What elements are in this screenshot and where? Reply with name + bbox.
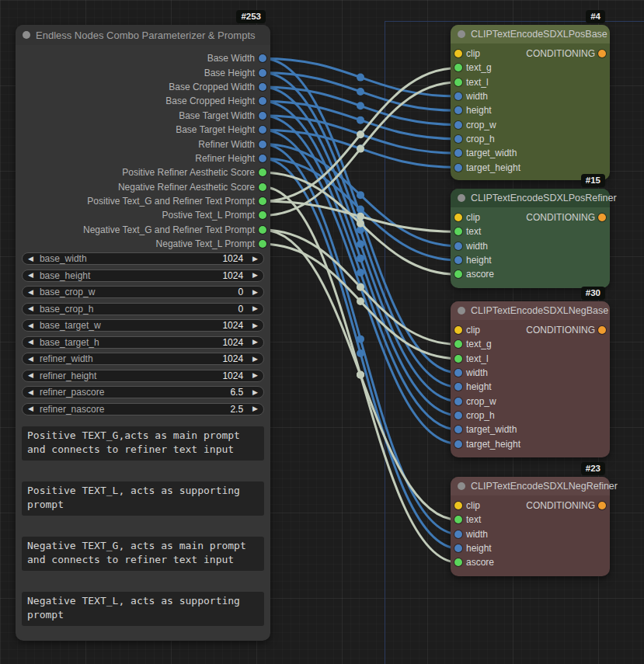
- increment-arrow-icon[interactable]: ▶: [252, 305, 258, 312]
- decrement-arrow-icon[interactable]: ◀: [28, 372, 33, 379]
- decrement-arrow-icon[interactable]: ◀: [28, 289, 33, 296]
- input-port[interactable]: [454, 149, 462, 157]
- input-port[interactable]: [454, 214, 462, 221]
- input-port[interactable]: [454, 121, 462, 129]
- increment-arrow-icon[interactable]: ▶: [252, 389, 258, 396]
- input-port[interactable]: [454, 326, 462, 334]
- output-port[interactable]: [259, 126, 266, 134]
- decrement-arrow-icon[interactable]: ◀: [28, 272, 33, 279]
- widget-refiner-width[interactable]: ◀refiner_width1024▶: [22, 353, 264, 365]
- increment-arrow-icon[interactable]: ▶: [252, 256, 258, 262]
- collapse-dot-icon[interactable]: [458, 194, 465, 202]
- input-port[interactable]: [454, 398, 462, 405]
- input-port[interactable]: [454, 228, 462, 235]
- negative-text-g-textarea[interactable]: Negative TEXT_G, acts as main prompt and…: [22, 537, 264, 571]
- input-port[interactable]: [454, 369, 462, 377]
- link-midpoint-dot[interactable]: [357, 371, 364, 379]
- input-port[interactable]: [454, 135, 462, 143]
- link-midpoint-dot[interactable]: [357, 335, 364, 343]
- conditioning-output-port[interactable]: [598, 326, 606, 334]
- output-port[interactable]: [259, 240, 266, 248]
- link-midpoint-dot[interactable]: [357, 240, 364, 248]
- collapse-dot-icon[interactable]: [23, 31, 30, 39]
- output-port[interactable]: [259, 211, 266, 219]
- link-midpoint-dot[interactable]: [357, 205, 364, 213]
- link-midpoint-dot[interactable]: [357, 213, 364, 221]
- input-port[interactable]: [454, 502, 462, 509]
- node-header[interactable]: CLIPTextEncodeSDXLNegBase: [451, 301, 610, 320]
- node-header[interactable]: CLIPTextEncodeSDXLPosBase: [451, 25, 610, 43]
- input-port[interactable]: [454, 92, 462, 100]
- increment-arrow-icon[interactable]: ▶: [252, 356, 258, 363]
- input-port[interactable]: [454, 256, 462, 264]
- node-cliptextencode-pos-base[interactable]: #4 CLIPTextEncodeSDXLPosBase clip CONDIT…: [451, 25, 610, 180]
- conditioning-output-port[interactable]: [598, 502, 606, 509]
- node-cliptextencode-neg-refiner[interactable]: #23 CLIPTextEncodeSDXLNegRefiner clip CO…: [451, 477, 610, 576]
- link-midpoint-dot[interactable]: [357, 130, 364, 138]
- output-port[interactable]: [259, 155, 266, 162]
- input-port[interactable]: [454, 426, 462, 433]
- increment-arrow-icon[interactable]: ▶: [252, 405, 258, 412]
- widget-base-crop-w[interactable]: ◀base_crop_w0▶: [22, 286, 264, 298]
- decrement-arrow-icon[interactable]: ◀: [28, 356, 33, 363]
- input-port[interactable]: [454, 78, 462, 86]
- increment-arrow-icon[interactable]: ▶: [252, 322, 258, 329]
- link-midpoint-dot[interactable]: [357, 116, 364, 124]
- output-port[interactable]: [259, 69, 266, 77]
- widget-base-target-h[interactable]: ◀base_target_h1024▶: [22, 336, 264, 349]
- conditioning-output-port[interactable]: [598, 214, 606, 221]
- positive-text-l-textarea[interactable]: Positive TEXT_L, acts as supporting prom…: [22, 481, 264, 516]
- node-header[interactable]: CLIPTextEncodeSDXLPosRefiner: [451, 189, 610, 207]
- collapse-dot-icon[interactable]: [458, 307, 465, 315]
- input-port[interactable]: [454, 164, 462, 172]
- output-port[interactable]: [259, 141, 266, 148]
- output-port[interactable]: [259, 226, 266, 234]
- link-midpoint-dot[interactable]: [357, 297, 364, 305]
- output-port[interactable]: [259, 97, 266, 105]
- input-port[interactable]: [454, 106, 462, 114]
- link-midpoint-dot[interactable]: [357, 269, 364, 276]
- negative-text-l-textarea[interactable]: Negative TEXT_L, acts as supporting prom…: [22, 592, 264, 626]
- decrement-arrow-icon[interactable]: ◀: [28, 389, 33, 396]
- link-midpoint-dot[interactable]: [357, 191, 364, 199]
- collapse-dot-icon[interactable]: [458, 482, 465, 490]
- link-midpoint-dot[interactable]: [357, 145, 364, 153]
- collapse-dot-icon[interactable]: [458, 30, 465, 38]
- decrement-arrow-icon[interactable]: ◀: [28, 339, 33, 346]
- decrement-arrow-icon[interactable]: ◀: [28, 256, 33, 262]
- input-port[interactable]: [454, 270, 462, 278]
- input-port[interactable]: [454, 242, 462, 250]
- widget-base-width[interactable]: ◀base_width1024▶: [22, 252, 264, 265]
- output-port[interactable]: [259, 54, 266, 62]
- decrement-arrow-icon[interactable]: ◀: [28, 405, 33, 412]
- output-port[interactable]: [259, 112, 266, 120]
- node-cliptextencode-neg-base[interactable]: #30 CLIPTextEncodeSDXLNegBase clip CONDI…: [451, 301, 610, 457]
- node-header[interactable]: Endless Nodes Combo Parameterizer & Prom…: [16, 25, 270, 45]
- input-port[interactable]: [454, 50, 462, 57]
- increment-arrow-icon[interactable]: ▶: [252, 289, 258, 296]
- link-midpoint-dot[interactable]: [357, 255, 364, 262]
- input-port[interactable]: [454, 340, 462, 348]
- widget-refiner-height[interactable]: ◀refiner_height1024▶: [22, 370, 264, 382]
- widget-base-height[interactable]: ◀base_height1024▶: [22, 269, 264, 282]
- link-midpoint-dot[interactable]: [357, 74, 364, 82]
- input-port[interactable]: [454, 355, 462, 363]
- node-endless-parameterizer[interactable]: #253 Endless Nodes Combo Parameterizer &…: [16, 25, 270, 641]
- link-midpoint-dot[interactable]: [357, 349, 364, 357]
- input-port[interactable]: [454, 440, 462, 448]
- input-port[interactable]: [454, 558, 462, 566]
- link-midpoint-dot[interactable]: [357, 102, 364, 110]
- widget-refiner-nascore[interactable]: ◀refiner_nascore2.5▶: [22, 403, 264, 415]
- output-port[interactable]: [259, 197, 266, 205]
- link-midpoint-dot[interactable]: [357, 88, 364, 96]
- widget-base-crop-h[interactable]: ◀base_crop_h0▶: [22, 303, 264, 315]
- node-header[interactable]: CLIPTextEncodeSDXLNegRefiner: [451, 477, 610, 495]
- input-port[interactable]: [454, 516, 462, 523]
- output-port[interactable]: [259, 183, 266, 191]
- conditioning-output-port[interactable]: [598, 50, 606, 57]
- node-cliptextencode-pos-refiner[interactable]: #15 CLIPTextEncodeSDXLPosRefiner clip CO…: [451, 189, 610, 288]
- decrement-arrow-icon[interactable]: ◀: [28, 305, 33, 312]
- node-graph-canvas[interactable]: #253 Endless Nodes Combo Parameterizer &…: [0, 0, 644, 664]
- input-port[interactable]: [454, 412, 462, 419]
- input-port[interactable]: [454, 383, 462, 391]
